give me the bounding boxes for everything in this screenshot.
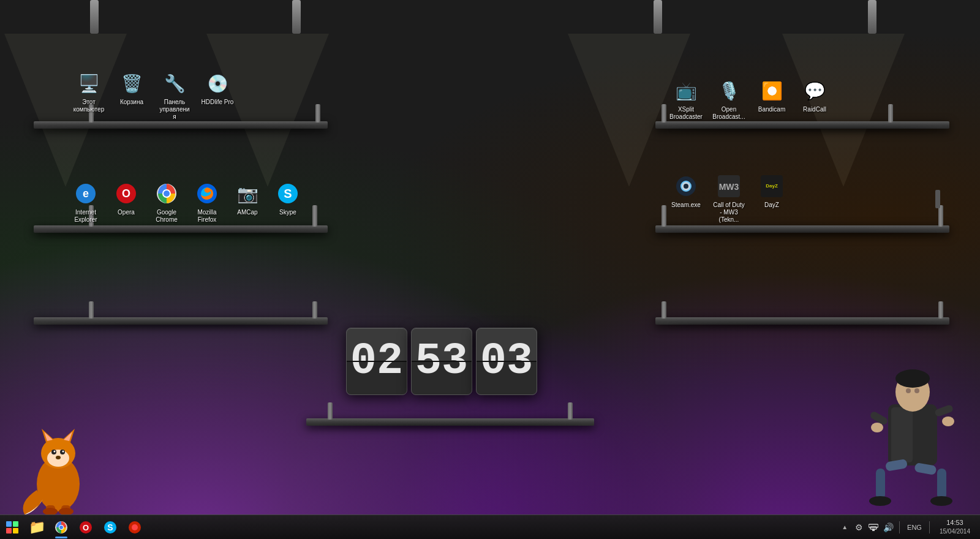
shelf-top-right-icons: 📺 XSplit Broadcaster 🎙️ Open Broadcast..… — [668, 78, 833, 121]
svg-point-50 — [942, 417, 954, 426]
icon-skype[interactable]: S Skype — [270, 181, 306, 224]
tray-date-value: 15/04/2014 — [940, 527, 970, 536]
fox-svg — [12, 392, 104, 514]
clock-seconds: 03 — [476, 328, 537, 395]
svg-rect-36 — [913, 407, 934, 462]
svg-rect-35 — [891, 407, 913, 462]
icon-firefox[interactable]: Mozilla Firefox — [189, 181, 225, 224]
icon-xsplit[interactable]: 📺 XSplit Broadcaster — [668, 78, 704, 121]
icon-steam[interactable]: Steam.exe — [668, 174, 704, 224]
icon-control-panel[interactable]: 🔧 Панель управления — [156, 71, 193, 121]
svg-point-6 — [164, 190, 170, 197]
taskbar-pinned-apps: 📁 O S — [24, 515, 147, 540]
windows-logo — [6, 521, 18, 533]
person-character — [845, 355, 980, 514]
svg-point-28 — [62, 451, 64, 453]
shelf-bottom-clock — [306, 392, 594, 426]
svg-rect-48 — [934, 404, 954, 418]
taskbar-skype[interactable]: S — [98, 515, 123, 540]
svg-point-49 — [871, 423, 883, 432]
svg-point-46 — [930, 496, 952, 506]
start-button[interactable] — [0, 515, 24, 540]
icon-hddlife[interactable]: 💿 HDDlife Pro — [199, 71, 236, 121]
svg-point-29 — [56, 456, 61, 459]
svg-rect-43 — [876, 469, 885, 499]
icon-amcap[interactable]: 📷 AMCap — [229, 181, 266, 224]
flip-clock: 02 53 03 — [346, 328, 537, 395]
icon-bandicam[interactable]: ⏺️ Bandicam — [753, 78, 790, 121]
svg-point-53 — [59, 526, 63, 529]
svg-point-40 — [914, 388, 919, 393]
tray-divider — [899, 521, 900, 533]
taskbar-bandicam[interactable] — [123, 515, 147, 540]
shelf-mid-left-icons: e Internet Explorer O Opera — [67, 181, 306, 224]
bandicam-taskbar-icon — [127, 520, 142, 535]
chrome-taskbar-icon — [54, 520, 69, 535]
taskbar: 📁 O S — [0, 514, 980, 539]
shelf-top-left-icons: 🖥️ Этот компьютер 🗑️ Корзина 🔧 Панель уп… — [70, 71, 236, 121]
tray-clock[interactable]: 14:53 15/04/2014 — [935, 518, 975, 536]
person-svg — [845, 355, 980, 514]
icon-recycle-bin[interactable]: 🗑️ Корзина — [113, 71, 150, 121]
svg-point-27 — [54, 451, 56, 453]
taskbar-opera[interactable]: O — [74, 515, 98, 540]
clock-minutes: 53 — [411, 328, 472, 395]
shelf-mid-right: Steam.exe MW3 Call of Duty - MW3 (Tekn..… — [655, 184, 949, 233]
tray-divider2 — [929, 521, 930, 533]
taskbar-chrome[interactable] — [49, 515, 74, 540]
svg-text:O: O — [83, 523, 89, 532]
tray-unknown-icon[interactable]: ⚙ — [853, 521, 865, 533]
svg-text:DayZ: DayZ — [766, 183, 778, 189]
file-explorer-icon: 📁 — [29, 519, 45, 535]
svg-point-39 — [906, 388, 911, 393]
fox-character — [12, 392, 110, 514]
svg-text:MW3: MW3 — [719, 182, 739, 192]
tray-volume-icon[interactable]: 🔊 — [882, 521, 894, 533]
icon-dayz[interactable]: DayZ DayZ — [753, 174, 790, 224]
icon-ie[interactable]: e Internet Explorer — [67, 181, 104, 224]
tray-language[interactable]: ENG — [905, 524, 924, 531]
clock-hours: 02 — [346, 328, 407, 395]
shelf-mid-left: e Internet Explorer O Opera — [34, 184, 328, 233]
network-icon — [869, 522, 878, 532]
shelf-mid-right-icons: Steam.exe MW3 Call of Duty - MW3 (Tekn..… — [668, 174, 790, 224]
icon-opera[interactable]: O Opera — [108, 181, 145, 224]
svg-rect-62 — [869, 524, 878, 527]
svg-point-45 — [869, 496, 891, 506]
tray-overflow-arrow[interactable]: ▲ — [839, 524, 850, 530]
svg-point-13 — [684, 184, 688, 189]
shelf-lower-left — [34, 288, 328, 325]
shelf-lower-right — [655, 288, 949, 325]
svg-text:O: O — [122, 187, 130, 200]
svg-rect-44 — [937, 469, 946, 499]
shelf-top-left: 🖥️ Этот компьютер 🗑️ Корзина 🔧 Панель уп… — [34, 86, 328, 129]
icon-chrome[interactable]: Google Chrome — [148, 181, 185, 224]
svg-point-38 — [895, 369, 930, 388]
icon-obs[interactable]: 🎙️ Open Broadcast... — [710, 78, 747, 121]
opera-taskbar-icon: O — [78, 520, 93, 535]
taskbar-file-explorer[interactable]: 📁 — [24, 515, 49, 540]
svg-text:S: S — [107, 522, 113, 532]
tray-network-icon[interactable] — [867, 521, 880, 533]
svg-text:S: S — [284, 187, 292, 200]
shelf-top-right: 📺 XSplit Broadcaster 🎙️ Open Broadcast..… — [655, 86, 949, 129]
icon-raidcall[interactable]: 💬 RaidCall — [796, 78, 833, 121]
svg-text:e: e — [83, 187, 89, 200]
svg-point-59 — [132, 524, 138, 530]
icon-this-pc[interactable]: 🖥️ Этот компьютер — [70, 71, 107, 121]
tray-time-value: 14:53 — [940, 518, 970, 527]
system-tray: ▲ ⚙ 🔊 ENG 14:53 15/04/2014 — [839, 515, 980, 540]
icon-cod-mw3[interactable]: MW3 Call of Duty - MW3 (Tekn... — [710, 174, 747, 224]
skype-taskbar-icon: S — [103, 520, 118, 535]
